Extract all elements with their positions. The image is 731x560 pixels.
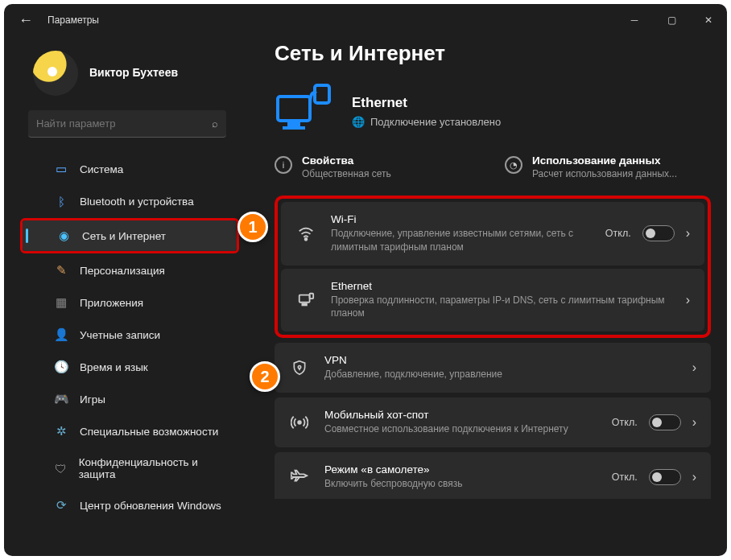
search-box[interactable]: ⌕ [28, 110, 226, 138]
svg-point-8 [298, 366, 300, 369]
card-wifi[interactable]: Wi-Fi Подключение, управление известными… [281, 202, 704, 266]
hotspot-toggle[interactable] [649, 414, 681, 430]
shield-icon: 🛡 [54, 461, 68, 476]
connection-status: Подключение установлено [370, 116, 501, 128]
wifi-toggle[interactable] [642, 225, 675, 241]
svg-rect-6 [302, 303, 307, 305]
chevron-right-icon: › [692, 360, 696, 375]
nav-network[interactable]: ◉ Сеть и Интернет [23, 220, 237, 251]
card-vpn[interactable]: VPN Добавление, подключение, управление … [275, 343, 711, 393]
close-button[interactable]: ✕ [690, 4, 727, 36]
chevron-right-icon: › [686, 226, 690, 241]
nav-privacy[interactable]: 🛡 Конфиденциальность и защита [20, 448, 239, 488]
brush-icon: ✎ [54, 263, 68, 278]
wifi-state: Откл. [605, 228, 631, 239]
chevron-right-icon: › [686, 293, 690, 307]
search-input[interactable] [36, 117, 212, 130]
annotation-badge-1: 1 [237, 212, 268, 242]
airplane-toggle[interactable] [649, 469, 681, 485]
info-icon: i [275, 156, 292, 174]
hotspot-state: Откл. [612, 417, 638, 428]
accessibility-icon: ✲ [54, 424, 68, 439]
hotspot-icon [289, 414, 310, 431]
nav-system[interactable]: ▭ Система [20, 154, 239, 184]
nav-bluetooth[interactable]: ᛒ Bluetooth и устройства [20, 186, 239, 216]
svg-point-9 [298, 421, 301, 424]
chevron-right-icon: › [692, 470, 696, 484]
update-icon: ⟳ [54, 498, 68, 513]
apps-icon: ▦ [54, 295, 68, 310]
chevron-right-icon: › [692, 415, 696, 430]
profile[interactable]: Виктор Бухтеев [4, 43, 246, 110]
airplane-icon [289, 468, 310, 486]
nav-apps[interactable]: ▦ Приложения [20, 287, 239, 318]
minimize-button[interactable]: ─ [616, 4, 653, 36]
nav-accounts[interactable]: 👤 Учетные записи [20, 319, 239, 350]
wifi-icon: ◉ [56, 229, 71, 243]
ethernet-icon [295, 291, 316, 309]
airplane-state: Откл. [612, 471, 638, 483]
maximize-button[interactable]: ▢ [653, 4, 690, 36]
nav-update[interactable]: ⟳ Центр обновления Windows [20, 490, 239, 521]
ethernet-pc-icon [275, 82, 332, 140]
annotation-highlight-1: ◉ Сеть и Интернет [20, 218, 239, 253]
svg-rect-3 [315, 85, 329, 103]
svg-rect-5 [299, 294, 310, 302]
annotation-highlight-2: Wi-Fi Подключение, управление известными… [275, 196, 711, 338]
profile-name: Виктор Бухтеев [89, 66, 178, 79]
card-hotspot[interactable]: Мобильный хот-спот Совместное использова… [275, 397, 711, 447]
network-status: Ethernet 🌐Подключение установлено [275, 82, 711, 140]
nav-accessibility[interactable]: ✲ Специальные возможности [20, 416, 239, 447]
search-icon: ⌕ [212, 117, 218, 130]
nav-time[interactable]: 🕓 Время и язык [20, 352, 239, 382]
page-title: Сеть и Интернет [275, 41, 711, 66]
avatar [33, 51, 78, 96]
bluetooth-icon: ᛒ [54, 194, 68, 208]
lock-icon [289, 359, 310, 377]
nav-personalization[interactable]: ✎ Персонализация [20, 255, 239, 286]
svg-rect-1 [287, 122, 300, 126]
data-usage-link[interactable]: ◔ Использование данных Расчет использова… [505, 154, 711, 179]
back-button[interactable]: ← [14, 12, 38, 29]
card-ethernet[interactable]: Ethernet Проверка подлинности, параметры… [281, 269, 704, 332]
gaming-icon: 🎮 [54, 392, 68, 406]
accounts-icon: 👤 [54, 327, 68, 342]
card-airplane[interactable]: Режим «в самолете» Включить беспроводную… [275, 452, 711, 499]
window-title: Параметры [47, 14, 99, 26]
nav-gaming[interactable]: 🎮 Игры [20, 384, 239, 414]
properties-link[interactable]: i Свойства Общественная сеть [275, 154, 481, 179]
display-icon: ▭ [54, 162, 68, 176]
svg-point-4 [305, 238, 308, 241]
svg-rect-7 [310, 294, 314, 299]
svg-rect-0 [278, 97, 310, 121]
wifi-icon [295, 224, 316, 242]
annotation-badge-2: 2 [250, 361, 280, 392]
usage-icon: ◔ [505, 156, 522, 174]
connection-name: Ethernet [352, 95, 501, 111]
globe-icon: 🌐 [352, 116, 365, 128]
clock-icon: 🕓 [54, 360, 68, 374]
svg-rect-2 [283, 126, 305, 130]
